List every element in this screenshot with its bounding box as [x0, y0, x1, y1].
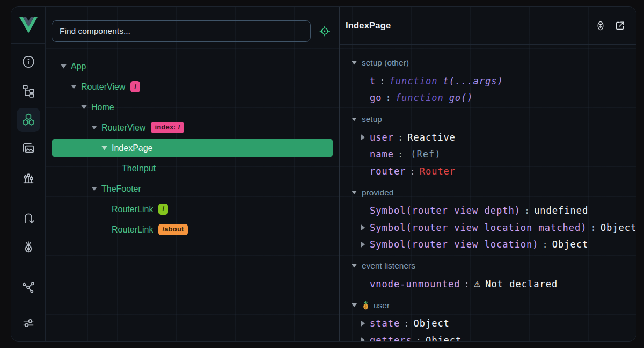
graph-icon: [21, 280, 35, 294]
section-provided: provided Symbol(router view depth) : und…: [340, 183, 636, 253]
expand-arrow-icon[interactable]: [361, 134, 370, 140]
expand-arrow-icon[interactable]: [81, 105, 87, 110]
section-header[interactable]: setup (other): [340, 53, 636, 73]
section-header[interactable]: provided: [340, 183, 636, 202]
expand-arrow-icon[interactable]: [361, 337, 370, 341]
prop-row-go[interactable]: go : function go(): [340, 90, 636, 107]
tree-item-app[interactable]: App: [52, 57, 333, 76]
sidebar-item-router[interactable]: [17, 206, 40, 230]
tree-item-routerlink-about[interactable]: RouterLink /about: [52, 220, 333, 239]
prop-row-getters[interactable]: getters : Object: [340, 332, 636, 341]
sidebar-item-assets[interactable]: [17, 137, 40, 161]
detail-header: IndexPage: [340, 7, 636, 45]
prop-row-user[interactable]: user : Reactive: [340, 129, 636, 146]
prop-row-router-view-location-matched[interactable]: Symbol(router view location matched) : O…: [340, 219, 636, 236]
inspect-element-button[interactable]: [319, 25, 331, 37]
route-badge: /about: [158, 224, 187, 235]
expand-arrow-icon[interactable]: [71, 85, 77, 89]
collapse-arrow-icon: [352, 264, 357, 268]
sidebar: [11, 7, 46, 341]
sidebar-item-components[interactable]: [17, 108, 40, 132]
tree-item-label: TheFooter: [101, 184, 141, 194]
tree-item-label: RouterView: [101, 123, 145, 133]
pinia-pineapple-icon: [21, 240, 35, 254]
section-header[interactable]: setup: [340, 110, 636, 129]
tree-item-label: App: [71, 62, 86, 71]
prop-row-router[interactable]: router : Router: [340, 163, 636, 180]
expand-arrow-icon[interactable]: [101, 146, 107, 150]
open-in-editor-icon: [614, 20, 626, 32]
tree-item-indexpage[interactable]: IndexPage: [52, 139, 333, 157]
vue-logo[interactable]: [11, 7, 45, 44]
expand-arrow-icon[interactable]: [361, 242, 370, 248]
search-box: [52, 20, 311, 42]
search-input[interactable]: [52, 26, 310, 36]
pages-icon: [21, 84, 35, 98]
assets-icon: [21, 142, 35, 156]
sidebar-item-pages[interactable]: [17, 79, 40, 103]
sidebar-nav: [11, 44, 45, 299]
prop-row-t[interactable]: t : function t(...args): [340, 73, 636, 90]
target-icon: [319, 25, 331, 37]
prop-row-vnode-unmounted[interactable]: vnode-unmounted : ⚠ Not declared: [340, 276, 636, 293]
collapse-arrow-icon: [352, 303, 357, 307]
warning-icon: ⚠: [474, 280, 481, 288]
collapse-arrow-icon: [352, 118, 357, 121]
scroll-to-component-button[interactable]: [595, 20, 606, 32]
sidebar-divider: [19, 198, 38, 198]
component-title: IndexPage: [346, 20, 391, 31]
prop-row-router-view-location[interactable]: Symbol(router view location) : Object: [340, 236, 636, 253]
component-tree-panel: App RouterView / Home RouterView index: …: [46, 7, 340, 341]
tree-item-label: RouterView: [81, 82, 125, 92]
component-detail-panel: IndexPage: [340, 7, 636, 341]
tree-toolbar: [46, 7, 339, 45]
route-badge: index: /: [151, 122, 184, 133]
route-badge: /: [130, 81, 140, 92]
tree-item-label: IndexPage: [112, 143, 153, 153]
expand-arrow-icon[interactable]: [91, 187, 97, 191]
section-setup: setup user : Reactive name : (Ref) route…: [340, 110, 636, 180]
devtools-window: App RouterView / Home RouterView index: …: [11, 6, 636, 342]
section-header[interactable]: event listeners: [340, 256, 636, 276]
collapse-arrow-icon: [352, 61, 357, 65]
tree-item-routerview-index[interactable]: RouterView index: /: [52, 118, 333, 137]
expand-arrow-icon[interactable]: [61, 64, 67, 69]
sidebar-item-timeline[interactable]: [17, 166, 40, 190]
sidebar-item-settings[interactable]: [17, 311, 40, 335]
section-header[interactable]: user: [340, 296, 636, 315]
sidebar-item-overview[interactable]: [17, 50, 40, 74]
sidebar-item-pinia[interactable]: [17, 235, 40, 259]
section-pinia-user-store: user state : Object getters : Object: [340, 296, 636, 342]
route-badge: /: [158, 204, 168, 215]
tree-item-label: TheInput: [122, 164, 156, 173]
vue-logo-icon: [19, 17, 38, 33]
tree-item-routerlink-home[interactable]: RouterLink /: [52, 200, 333, 219]
collapse-arrow-icon: [352, 191, 357, 194]
sidebar-bottom: [11, 300, 45, 341]
prop-row-name[interactable]: name : (Ref): [340, 146, 636, 163]
settings-icon: [21, 316, 35, 330]
expand-arrow-icon[interactable]: [361, 321, 370, 327]
tree-item-home[interactable]: Home: [52, 98, 333, 117]
tree-item-label: Home: [91, 103, 114, 112]
sidebar-divider: [11, 303, 45, 303]
expand-arrow-icon[interactable]: [91, 126, 97, 130]
section-setup-other: setup (other) t : function t(...args) go…: [340, 53, 636, 106]
tree-item-thefooter[interactable]: TheFooter: [52, 179, 333, 198]
open-in-editor-button[interactable]: [614, 20, 626, 32]
expand-arrow-icon[interactable]: [361, 224, 370, 230]
scroll-to-component-icon: [595, 20, 606, 32]
prop-row-router-view-depth[interactable]: Symbol(router view depth) : undefined: [340, 202, 636, 220]
sidebar-item-graph[interactable]: [17, 276, 40, 299]
tree-item-label: RouterLink: [112, 225, 153, 235]
timeline-icon: [21, 171, 35, 185]
tree-item-theinput[interactable]: TheInput: [52, 159, 333, 178]
tree-item-label: RouterLink: [112, 205, 153, 214]
sidebar-divider: [19, 267, 38, 267]
prop-row-state[interactable]: state : Object: [340, 315, 636, 332]
pineapple-icon: [362, 301, 370, 310]
overview-icon: [21, 55, 35, 69]
router-icon: [21, 211, 35, 225]
section-event-listeners: event listeners vnode-unmounted : ⚠ Not …: [340, 256, 636, 293]
tree-item-routerview[interactable]: RouterView /: [52, 77, 333, 96]
